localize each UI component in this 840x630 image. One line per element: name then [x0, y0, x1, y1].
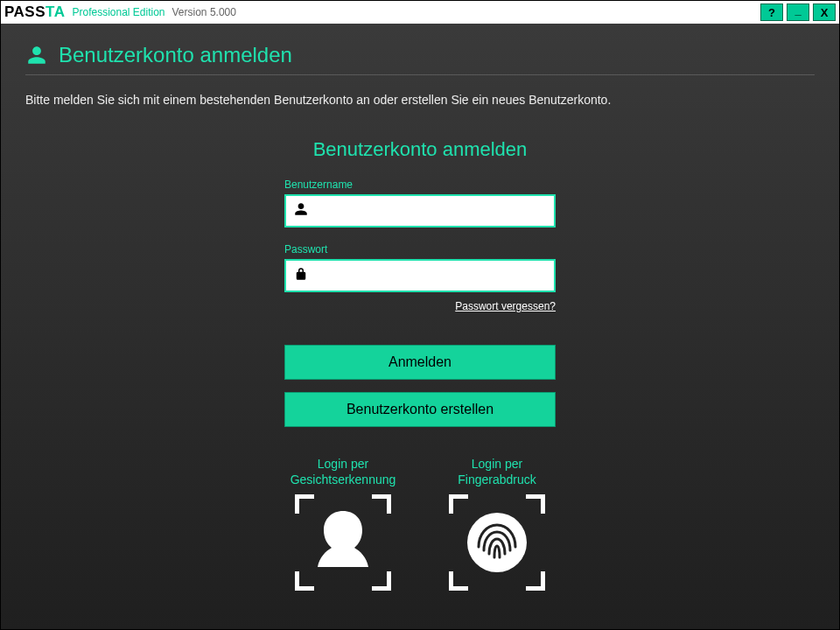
- page-title: Benutzerkonto anmelden: [59, 43, 292, 67]
- user-icon: [293, 201, 309, 220]
- forgot-password-link[interactable]: Passwort vergessen?: [455, 300, 556, 312]
- fingerprint-login-button[interactable]: Login per Fingerabdruck: [438, 457, 556, 591]
- create-account-button[interactable]: Benutzerkonto erstellen: [284, 392, 556, 427]
- content-area: Benutzerkonto anmelden Bitte melden Sie …: [1, 24, 839, 629]
- login-form: Benutzerkonto anmelden Benutzername Pass…: [284, 138, 556, 591]
- close-button[interactable]: X: [813, 4, 836, 21]
- username-label: Benutzername: [284, 178, 556, 191]
- app-window: PASSTA Professional Edition Version 5.00…: [0, 0, 840, 630]
- help-button[interactable]: ?: [760, 4, 783, 21]
- login-section-title: Benutzerkonto anmelden: [284, 138, 556, 161]
- login-button[interactable]: Anmelden: [284, 345, 556, 380]
- fingerprint-scan-icon: [449, 494, 545, 591]
- face-scan-icon: [295, 494, 391, 591]
- titlebar: PASSTA Professional Edition Version 5.00…: [1, 1, 839, 24]
- edition-label: Professional Edition: [72, 6, 164, 18]
- version-label: Version 5.000: [172, 6, 236, 18]
- lock-icon: [293, 266, 309, 285]
- face-login-label: Login per Gesichtserkennung: [284, 457, 402, 487]
- password-input[interactable]: [284, 259, 556, 292]
- minimize-button[interactable]: _: [787, 4, 809, 21]
- face-login-button[interactable]: Login per Gesichtserkennung: [284, 457, 402, 591]
- svg-point-0: [467, 513, 527, 572]
- page-header: Benutzerkonto anmelden: [25, 43, 815, 75]
- fingerprint-login-label: Login per Fingerabdruck: [438, 457, 556, 487]
- password-label: Passwort: [284, 243, 556, 256]
- user-icon: [25, 44, 48, 66]
- username-input[interactable]: [284, 194, 556, 228]
- app-logo: PASSTA: [4, 4, 65, 21]
- intro-text: Bitte melden Sie sich mit einem bestehen…: [25, 93, 815, 107]
